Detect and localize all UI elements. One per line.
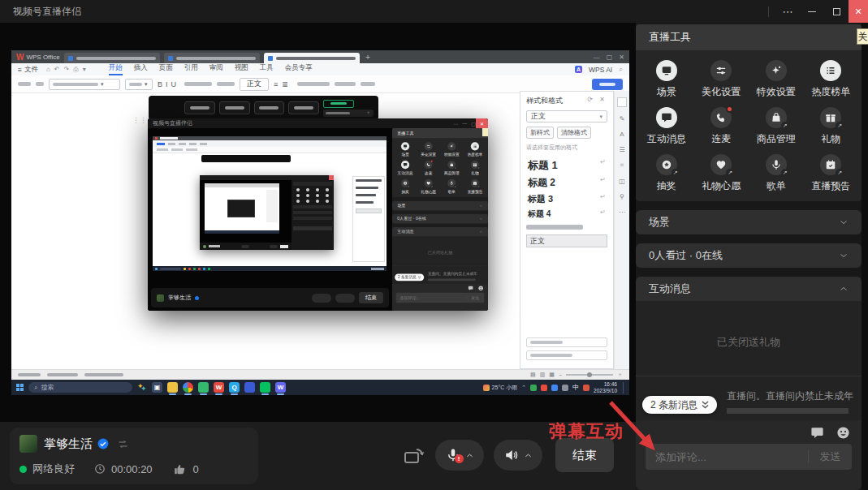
tool-gift-box[interactable]: ↗礼物: [804, 107, 857, 146]
wps-logo: WWPS Office: [16, 53, 60, 62]
tool-playlist-mic: ↗歌单: [441, 179, 462, 195]
popup-button: [254, 101, 285, 114]
account-name: 掌够生活: [44, 436, 93, 452]
wps-share-button: [592, 79, 623, 90]
tool-wish-heart: ↗礼物心愿: [418, 179, 439, 195]
popup-button: [219, 101, 250, 114]
wps-styles-panel: 样式和格式⟳ ✕ 正文▾ 新样式 清除格式 请选择要应用的格式 标题 1标题 2…: [520, 91, 614, 369]
tool-label: 歌单: [448, 189, 456, 195]
taskbar-app-icons: ▣ W Q W: [152, 382, 286, 393]
style-item: 标题 4: [526, 207, 607, 221]
tool-label: 热度榜单: [468, 152, 483, 157]
playlist-mic-icon: ↗: [447, 179, 456, 187]
close-button[interactable]: ✕: [849, 0, 868, 23]
chevron-up-icon: [839, 284, 849, 294]
screen-share-preview: WWPS Office ＋ —▢✕ ≡文件 ⌂↶↷⎙▾ 开始插入页面引用审阅视图…: [11, 50, 629, 395]
tool-comic-phone[interactable]: 连麦: [694, 107, 748, 146]
tool-wish-heart[interactable]: ↗礼物心愿: [694, 154, 748, 193]
chevron-up-icon[interactable]: [524, 451, 533, 460]
tool-label: 互动消息: [398, 170, 413, 176]
tool-label: 抽奖: [657, 179, 676, 193]
wps-ribbon-tab: 审阅: [209, 63, 223, 75]
tool-scene-monitor: 场景: [395, 142, 416, 157]
tool-playlist-mic[interactable]: ↗歌单: [749, 154, 803, 193]
tool-scene-monitor[interactable]: 场景: [640, 60, 693, 99]
gift-box-icon: ↗: [820, 107, 841, 128]
weather-widget: 25°C 小雨: [483, 384, 518, 392]
chevron-up-icon[interactable]: [465, 451, 474, 460]
tool-message-chat[interactable]: 互动消息: [640, 107, 693, 146]
ime-indicator: 中: [572, 383, 579, 392]
tool-label: 礼物心愿: [702, 179, 741, 193]
new-messages-pill[interactable]: 2 条新消息: [642, 396, 717, 414]
tool-beauty-sliders[interactable]: 美化设置: [694, 60, 748, 99]
gift-box-icon: ↗: [471, 161, 479, 169]
controls-divider: [768, 6, 769, 17]
chevron-down-icon: [839, 251, 849, 260]
section-messages-header[interactable]: 互动消息: [636, 277, 862, 301]
switch-account-icon[interactable]: [117, 439, 129, 449]
taskbar-search: ⌕搜索: [28, 382, 132, 393]
clock-icon: [94, 463, 106, 475]
message-chat-icon: [401, 161, 409, 169]
nested-verified-badge: [195, 296, 199, 300]
app-window: 视频号直播伴侣 ⋯ ✕ WWPS Office ＋ —▢✕ ≡文件 ⌂↶↷⎙: [0, 0, 868, 490]
tool-label: 商品管理: [757, 132, 796, 146]
tray-icon: [562, 385, 568, 391]
nested-desktop-shot: [153, 136, 386, 271]
chat-bubble-icon[interactable]: [810, 426, 824, 440]
taskbar-tray: 25°C 小雨 ⌃ 中 16:462023/9/10: [483, 381, 624, 393]
emoji-smiley-icon[interactable]: [836, 426, 850, 440]
section-scene[interactable]: 场景: [636, 210, 862, 234]
external-arrow-icon: ↗: [477, 166, 480, 170]
maximize-button[interactable]: [824, 0, 849, 23]
speaker-button[interactable]: [494, 440, 542, 471]
speaker-icon: [504, 448, 519, 462]
external-arrow-icon: ↗: [672, 169, 680, 177]
effects-sparkle-icon: [447, 142, 456, 150]
preview-stage: WWPS Office ＋ —▢✕ ≡文件 ⌂↶↷⎙▾ 开始插入页面引用审阅视图…: [0, 23, 636, 422]
wps-status-bar: ▤▥▦−＋: [11, 369, 629, 380]
tool-preview-calendar[interactable]: ↗直播预告: [804, 154, 857, 193]
tool-ranking-list[interactable]: 热度榜单: [804, 60, 857, 99]
send-button[interactable]: 发送: [809, 449, 852, 464]
more-menu-button[interactable]: ⋯: [775, 0, 800, 23]
effects-sparkle-icon: [766, 60, 787, 81]
system-notice-text: 直播间。直播间内禁止未成年: [428, 272, 487, 277]
wps-new-tab-icon: ＋: [364, 51, 372, 62]
tool-lottery-star[interactable]: ↗抽奖: [640, 154, 693, 193]
tray-icon: [583, 385, 589, 391]
comment-input: [396, 295, 466, 300]
external-arrow-icon: ↗: [781, 122, 789, 130]
popup-confirm-button: [323, 100, 354, 108]
styles-panel-title: 样式和格式⟳ ✕: [526, 96, 607, 106]
toggle-camera-button[interactable]: [404, 446, 425, 464]
wps-ribbon-tab: 视图: [235, 63, 248, 75]
tools-panel-header: 直播工具: [392, 128, 488, 139]
interactive-messages-panel: 互动消息 已关闭送礼物 直播间。直播间内禁止未成年 2 条新消息: [392, 227, 488, 311]
tool-label: 热度榜单: [811, 85, 850, 99]
styles-panel-footer: [526, 334, 607, 360]
tool-product-bag[interactable]: ↗商品管理: [749, 107, 803, 146]
show-desktop-edge: [623, 382, 624, 393]
tool-effects-sparkle: 特效设置: [441, 142, 462, 157]
start-button-icon: [16, 384, 24, 391]
wps-document-tab: [164, 53, 260, 63]
beauty-sliders-icon: [710, 60, 732, 81]
windows-taskbar: ⌕搜索 ✦✦ ▣ W Q W 25°C 小雨 ⌃: [11, 380, 629, 395]
wps-style-gallery: 正文: [240, 78, 269, 91]
section-viewers[interactable]: 0人看过 · 0在线: [636, 243, 862, 268]
nested-sidebar: 直播工具 场景美化设置特效设置热度榜单互动消息连麦↗商品管理↗礼物↗抽奖↗礼物心…: [392, 128, 488, 311]
comment-composer: 发送: [392, 283, 488, 311]
wps-ribbon-tab: 开始: [109, 63, 123, 75]
emoji-smiley-icon: [478, 286, 484, 291]
tool-effects-sparkle[interactable]: 特效设置: [749, 60, 803, 99]
chevron-up-icon: [479, 230, 483, 234]
wps-ribbon-tab: 工具: [260, 63, 274, 75]
tool-preview-calendar: ↗直播预告: [464, 179, 486, 195]
tool-gift-box: ↗礼物: [464, 161, 486, 176]
tray-icon: [541, 385, 547, 391]
microphone-button[interactable]: !: [435, 440, 484, 471]
minimize-button[interactable]: [800, 0, 824, 23]
comment-input[interactable]: [646, 451, 808, 463]
